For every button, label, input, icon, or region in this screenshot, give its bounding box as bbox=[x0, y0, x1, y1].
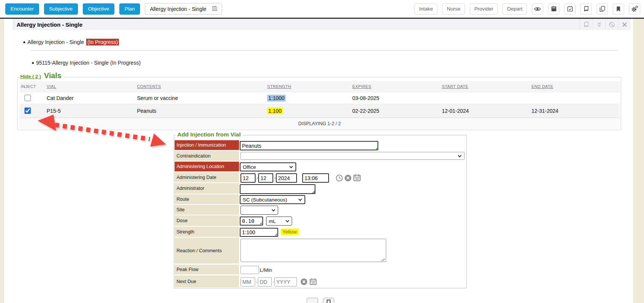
bullet-disc bbox=[32, 62, 34, 64]
injection-immunization-label: Injection / Immunization bbox=[175, 140, 239, 150]
encounter-button[interactable]: Encounter bbox=[5, 3, 39, 15]
strength-highlight: 1:1000 bbox=[267, 95, 286, 102]
next-due-year-input[interactable] bbox=[274, 277, 297, 286]
vials-fieldset: INJECT VIAL CONTENTS STRENGTH EXPIRES ST… bbox=[17, 77, 621, 130]
status-item-label: Allergy Injection - Single bbox=[27, 39, 84, 45]
vial-cell: P15-5 bbox=[47, 108, 137, 114]
contraindication-select[interactable] bbox=[241, 152, 464, 160]
eye-icon[interactable] bbox=[532, 3, 543, 15]
resize-grip[interactable] bbox=[259, 222, 262, 224]
site-select[interactable] bbox=[241, 206, 278, 215]
reaction-comments-label: Reaction / Comments bbox=[175, 238, 239, 264]
administrator-input[interactable] bbox=[240, 184, 315, 194]
chevron-down-icon bbox=[286, 219, 289, 223]
chevron-down-icon bbox=[298, 197, 302, 201]
col-contents[interactable]: CONTENTS bbox=[137, 84, 267, 89]
route-label: Route bbox=[175, 194, 239, 204]
col-vial[interactable]: VIAL bbox=[47, 84, 137, 89]
form-action-button[interactable] bbox=[307, 298, 318, 303]
clock-icon[interactable] bbox=[336, 174, 343, 183]
dose-unit-select[interactable]: mL bbox=[266, 217, 292, 226]
col-inject: INJECT bbox=[20, 84, 47, 89]
hide-vials-link[interactable]: Hide ( 2 ) bbox=[20, 74, 41, 79]
intake-button[interactable]: Intake bbox=[414, 3, 437, 15]
strength-input[interactable] bbox=[240, 228, 278, 237]
inject-checkbox[interactable] bbox=[24, 108, 31, 114]
vial-cell: Cat Dander bbox=[47, 95, 137, 101]
dose-label: Dose bbox=[175, 215, 239, 226]
status-item-code-label: 95115-Allergy Injection - Single (In Pro… bbox=[36, 60, 141, 66]
table-row: Cat Dander Serum or vaccine 1:1000 03-08… bbox=[20, 92, 620, 104]
subjective-button[interactable]: Subjective bbox=[44, 3, 78, 15]
administering-location-select[interactable]: Office bbox=[240, 162, 296, 171]
book-icon[interactable] bbox=[580, 3, 592, 15]
next-due-month-input[interactable] bbox=[241, 277, 255, 286]
chevrons-down-icon[interactable] bbox=[592, 19, 605, 30]
admin-date-month-input[interactable] bbox=[241, 173, 256, 183]
administering-location-value: Office bbox=[243, 164, 256, 170]
administering-date-label: Administering Date bbox=[175, 172, 239, 182]
archive-icon[interactable] bbox=[548, 3, 559, 15]
bullet-disc bbox=[23, 41, 25, 43]
table-row: P15-5 Peanuts 1:100 02-22-2025 12-01-202… bbox=[20, 104, 620, 118]
vials-legend: Hide ( 2 ) Vials bbox=[20, 71, 64, 80]
provider-button[interactable]: Provider bbox=[470, 3, 498, 15]
resize-grip[interactable] bbox=[381, 258, 385, 261]
divider-line bbox=[30, 50, 618, 51]
plan-button[interactable]: Plan bbox=[119, 3, 140, 15]
nurse-button[interactable]: Nurse bbox=[442, 3, 465, 15]
col-end-date[interactable]: END DATE bbox=[531, 84, 620, 89]
calendar-icon[interactable] bbox=[309, 278, 317, 287]
depart-button[interactable]: Depart bbox=[502, 3, 527, 15]
form-action-button[interactable] bbox=[323, 298, 334, 303]
gears-icon[interactable] bbox=[629, 3, 640, 15]
active-template-tab[interactable]: Allergy Injection - Single bbox=[145, 3, 222, 15]
col-expires[interactable]: EXPIRES bbox=[352, 84, 442, 89]
route-select[interactable]: SC (Subcutaneous) bbox=[240, 195, 305, 204]
save-icon[interactable] bbox=[212, 5, 218, 13]
calendar-icon[interactable] bbox=[353, 174, 361, 183]
titlebar-icon-group bbox=[580, 19, 631, 30]
vials-title: Vials bbox=[44, 71, 61, 80]
reaction-comments-textarea[interactable] bbox=[241, 239, 386, 262]
peak-flow-label: Peak Flow bbox=[175, 265, 239, 274]
chevron-down-icon bbox=[458, 153, 462, 157]
injection-immunization-input[interactable] bbox=[240, 141, 378, 150]
toolbar-left-group: Encounter Subjective Objective Plan Alle… bbox=[5, 3, 222, 15]
resize-grip[interactable] bbox=[274, 233, 277, 236]
date-separator: - bbox=[256, 279, 258, 285]
administering-location-label: Administering Location bbox=[175, 162, 239, 171]
expires-cell: 03-08-2025 bbox=[352, 95, 442, 101]
tab-label: Allergy Injection - Single bbox=[150, 6, 206, 12]
col-start-date[interactable]: START DATE bbox=[442, 84, 531, 89]
admin-date-year-input[interactable] bbox=[276, 173, 297, 183]
date-separator: - bbox=[256, 175, 258, 181]
clear-date-icon[interactable] bbox=[300, 278, 308, 287]
inject-checkbox[interactable] bbox=[24, 95, 31, 101]
next-due-day-input[interactable] bbox=[258, 277, 272, 286]
close-icon[interactable] bbox=[618, 19, 631, 30]
clear-date-icon[interactable] bbox=[344, 174, 352, 183]
col-strength[interactable]: STRENGTH bbox=[267, 84, 352, 89]
admin-date-time-input[interactable] bbox=[302, 173, 329, 183]
strength-label: Strength bbox=[175, 227, 239, 237]
bookmark-icon[interactable] bbox=[613, 3, 624, 15]
block-icon[interactable] bbox=[605, 19, 618, 30]
book-icon[interactable] bbox=[580, 19, 592, 30]
strength-color-badge: Yellow bbox=[281, 229, 298, 235]
date-separator: - bbox=[274, 175, 276, 181]
objective-button[interactable]: Objective bbox=[83, 3, 114, 15]
status-item-template: Allergy Injection - Single (In Progress) bbox=[23, 39, 119, 45]
peak-flow-input[interactable] bbox=[241, 266, 259, 274]
contents-cell: Serum or vaccine bbox=[137, 95, 267, 101]
dose-unit-value: mL bbox=[269, 218, 276, 224]
section-titlebar: Allergy Injection - Single bbox=[12, 19, 631, 30]
page-title: Allergy Injection - Single bbox=[12, 21, 82, 28]
start-date-cell: 12-01-2024 bbox=[442, 108, 531, 114]
admin-date-day-input[interactable] bbox=[258, 173, 273, 183]
calendar-check-icon[interactable] bbox=[564, 3, 575, 15]
resize-grip-green[interactable] bbox=[375, 147, 378, 150]
next-due-label: Next Due bbox=[175, 276, 239, 287]
copy-icon[interactable] bbox=[597, 3, 608, 15]
resize-grip[interactable] bbox=[312, 190, 315, 193]
